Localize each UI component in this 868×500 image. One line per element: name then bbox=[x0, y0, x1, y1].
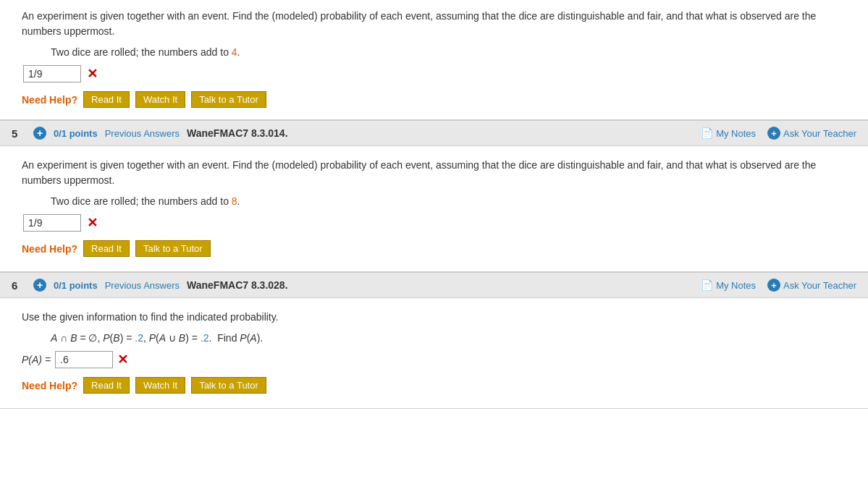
problem-5-sub-prefix: Two dice are rolled; the numbers add to bbox=[51, 195, 232, 207]
top-sub-text: Two dice are rolled; the numbers add to … bbox=[51, 46, 846, 58]
problem-6-answer-row: P(A) = ✕ bbox=[22, 351, 846, 368]
problem-6-need-help-row: Need Help? Read It Watch It Talk to a Tu… bbox=[22, 377, 846, 394]
problem-5-prev-answers[interactable]: Previous Answers bbox=[105, 128, 180, 139]
problem-5-highlight-num: 8 bbox=[232, 195, 237, 207]
problem-5-header: 5 + 0/1 points Previous Answers WaneFMAC… bbox=[0, 120, 868, 146]
problem-5-ask-teacher-label: Ask Your Teacher bbox=[783, 128, 856, 139]
top-talk-tutor-button[interactable]: Talk to a Tutor bbox=[191, 91, 266, 108]
problem-6-math-b: B bbox=[70, 332, 77, 344]
problem-5-points: 0/1 points bbox=[54, 128, 98, 139]
problem-6-my-notes-label: My Notes bbox=[716, 280, 756, 291]
problem-6-pa-prefix: P(A) = bbox=[22, 354, 51, 365]
problem-5-my-notes-label: My Notes bbox=[716, 128, 756, 139]
problem-6-notes-icon: 📄 bbox=[701, 279, 713, 291]
problem-5-section: 5 + 0/1 points Previous Answers WaneFMAC… bbox=[0, 120, 868, 272]
problem-6-plus-icon[interactable]: + bbox=[33, 279, 46, 292]
top-problem-section: An experiment is given together with an … bbox=[0, 0, 868, 120]
problem-6-math-equation: A bbox=[51, 332, 57, 344]
problem-6-my-notes-link[interactable]: 📄 My Notes bbox=[701, 279, 756, 291]
problem-6-answer-input[interactable] bbox=[55, 351, 113, 368]
problem-6-read-it-button[interactable]: Read It bbox=[83, 377, 130, 394]
top-answer-input[interactable] bbox=[23, 65, 81, 82]
problem-6-header: 6 + 0/1 points Previous Answers WaneFMAC… bbox=[0, 272, 868, 298]
problem-6-talk-tutor-button[interactable]: Talk to a Tutor bbox=[191, 377, 266, 394]
top-sub-prefix: Two dice are rolled; the numbers add to bbox=[51, 46, 232, 58]
problem-5-text: An experiment is given together with an … bbox=[22, 158, 846, 188]
problem-6-math-pb: P bbox=[103, 332, 109, 344]
problem-6-ask-teacher-label: Ask Your Teacher bbox=[783, 280, 856, 291]
problem-5-read-it-button[interactable]: Read It bbox=[83, 240, 130, 257]
problem-6-text: Use the given information to find the in… bbox=[22, 310, 846, 325]
problem-5-id: WaneFMAC7 8.3.014. bbox=[187, 127, 288, 139]
problem-6-paub-val: .2 bbox=[201, 332, 209, 344]
problem-6-number: 6 bbox=[12, 279, 26, 292]
problem-5-number: 5 bbox=[12, 127, 26, 140]
problem-6-prev-answers[interactable]: Previous Answers bbox=[105, 280, 180, 291]
top-watch-it-button[interactable]: Watch It bbox=[135, 91, 185, 108]
problem-6-header-right: 📄 My Notes + Ask Your Teacher bbox=[701, 279, 856, 292]
problem-5-ask-plus-icon: + bbox=[767, 127, 780, 140]
problem-6-clear-icon[interactable]: ✕ bbox=[117, 352, 128, 368]
problem-5-clear-icon[interactable]: ✕ bbox=[87, 215, 98, 231]
problem-5-my-notes-link[interactable]: 📄 My Notes bbox=[701, 127, 756, 139]
top-read-it-button[interactable]: Read It bbox=[83, 91, 130, 108]
problem-5-body: An experiment is given together with an … bbox=[0, 146, 868, 271]
problem-6-need-help-label: Need Help? bbox=[22, 380, 77, 391]
problem-6-watch-it-button[interactable]: Watch It bbox=[135, 377, 185, 394]
problem-5-talk-tutor-button[interactable]: Talk to a Tutor bbox=[135, 240, 211, 257]
problem-6-id: WaneFMAC7 8.3.028. bbox=[187, 279, 288, 291]
problem-5-notes-icon: 📄 bbox=[701, 127, 713, 139]
problem-6-body: Use the given information to find the in… bbox=[0, 298, 868, 408]
top-need-help-label: Need Help? bbox=[22, 94, 77, 106]
problem-5-answer-input[interactable] bbox=[23, 214, 81, 232]
problem-5-need-help-label: Need Help? bbox=[22, 243, 77, 255]
top-need-help-row: Need Help? Read It Watch It Talk to a Tu… bbox=[22, 91, 846, 108]
problem-5-need-help-row: Need Help? Read It Talk to a Tutor bbox=[22, 240, 846, 257]
problem-6-ask-teacher[interactable]: + Ask Your Teacher bbox=[767, 279, 856, 292]
top-problem-text: An experiment is given together with an … bbox=[22, 9, 846, 39]
top-answer-row: ✕ bbox=[23, 65, 846, 82]
problem-6-ask-plus-icon: + bbox=[767, 279, 780, 292]
problem-5-period: . bbox=[237, 195, 240, 207]
problem-5-header-right: 📄 My Notes + Ask Your Teacher bbox=[701, 127, 856, 140]
top-highlight-num: 4 bbox=[232, 46, 237, 58]
problem-6-math: A ∩ B = ∅, P(B) = .2, P(A ∪ B) = .2. Fin… bbox=[51, 332, 846, 344]
problem-5-answer-row: ✕ bbox=[23, 214, 846, 232]
problem-6-pb-val: .2 bbox=[135, 332, 143, 344]
problem-6-section: 6 + 0/1 points Previous Answers WaneFMAC… bbox=[0, 272, 868, 409]
top-period: . bbox=[237, 46, 240, 58]
problem-5-ask-teacher[interactable]: + Ask Your Teacher bbox=[767, 127, 856, 140]
problem-5-sub-text: Two dice are rolled; the numbers add to … bbox=[51, 195, 846, 207]
top-clear-icon[interactable]: ✕ bbox=[87, 66, 98, 82]
problem-5-plus-icon[interactable]: + bbox=[33, 127, 46, 140]
problem-6-points: 0/1 points bbox=[54, 280, 98, 291]
top-problem-body: An experiment is given together with an … bbox=[0, 0, 868, 119]
